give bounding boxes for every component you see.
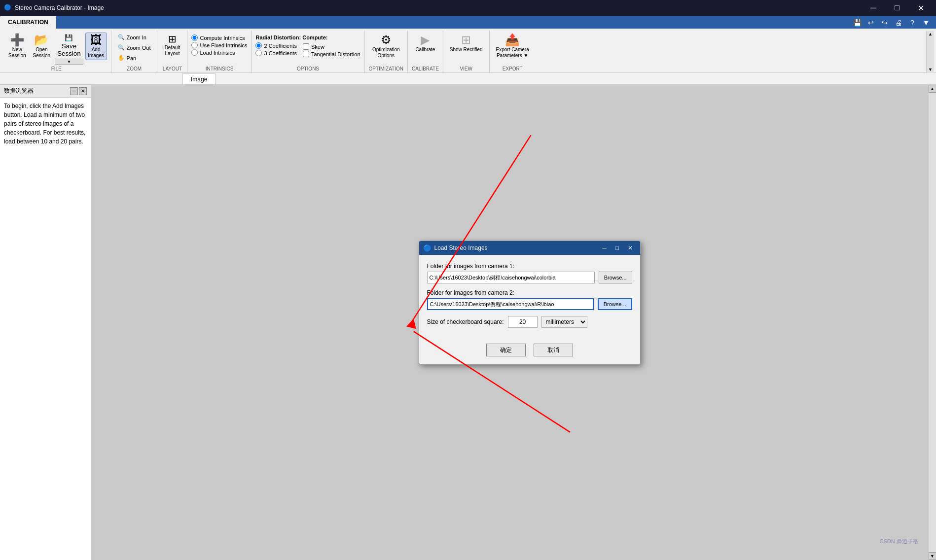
add-images-icon: 🖼 <box>90 34 102 46</box>
calibrate-button[interactable]: ▶ Calibrate <box>413 33 437 54</box>
dialog-titlebar: 🔵 Load Stereo Images ─ □ ✕ <box>419 241 640 255</box>
maximize-button[interactable]: □ <box>886 0 908 16</box>
tab-image[interactable]: Image <box>182 73 216 84</box>
camera2-label: Folder for images from camera 2: <box>427 289 632 296</box>
load-stereo-images-dialog: 🔵 Load Stereo Images ─ □ ✕ <box>419 241 641 365</box>
open-session-icon: 📂 <box>34 34 49 46</box>
size-label: Size of checkerboard square: <box>427 318 504 325</box>
optimization-group: ⚙ OptimizationOptions OPTIMIZATION <box>365 31 408 72</box>
dialog-title: Load Stereo Images <box>434 245 599 251</box>
layout-group-label: LAYOUT <box>163 66 182 72</box>
new-session-button[interactable]: ➕ NewSession <box>6 33 29 60</box>
zoom-group-label: ZOOM <box>127 66 142 72</box>
radial-distortion-title: Radial Distortion: Compute: <box>255 35 360 40</box>
modal-overlay: 🔵 Load Stereo Images ─ □ ✕ <box>91 85 928 560</box>
dialog-maximize-btn[interactable]: □ <box>612 243 623 253</box>
camera2-field: Folder for images from camera 2: Browse.… <box>427 289 632 310</box>
optimization-icon: ⚙ <box>381 34 392 46</box>
title-bar: 🔵 Stereo Camera Calibrator - Image ─ □ ✕ <box>0 0 936 16</box>
dialog-footer: 确定 取消 <box>419 340 640 364</box>
zoom-in-button[interactable]: 🔍 Zoom In <box>115 33 153 42</box>
size-input[interactable] <box>508 316 538 328</box>
optimization-options-button[interactable]: ⚙ OptimizationOptions <box>370 33 402 60</box>
minimize-button[interactable]: ─ <box>862 0 885 16</box>
save-session-group: 💾 SaveSession ▼ <box>55 33 83 65</box>
right-scrollbar: ▲ ▼ <box>928 85 936 560</box>
scroll-track[interactable] <box>929 93 936 552</box>
calibrate-icon: ▶ <box>421 34 430 46</box>
show-rectified-button[interactable]: ⊞ Show Rectified <box>447 33 485 54</box>
size-unit-select[interactable]: millimeters centimeters inches <box>541 316 587 328</box>
compute-intrinsics-option[interactable]: Compute Intrinsics <box>191 35 247 41</box>
skew-checkbox[interactable]: Skew <box>303 43 360 50</box>
camera1-path-input[interactable] <box>427 272 595 283</box>
zoom-out-button[interactable]: 🔍 Zoom Out <box>115 43 153 52</box>
app-window: 🔵 Stereo Camera Calibrator - Image ─ □ ✕… <box>0 0 936 560</box>
camera2-path-input[interactable] <box>427 298 594 310</box>
calibrate-group-label: CALIBRATE <box>412 66 439 72</box>
add-images-button[interactable]: 🖼 AddImages <box>85 33 107 60</box>
checkerboard-size-row: Size of checkerboard square: millimeters… <box>427 316 632 328</box>
dialog-minimize-btn[interactable]: ─ <box>599 243 611 253</box>
sidebar-help-text: To begin, click the Add Images button. L… <box>0 98 91 150</box>
pan-icon: ✋ <box>118 55 125 61</box>
zoom-group: 🔍 Zoom In 🔍 Zoom Out ✋ Pan ZOOM <box>111 31 158 72</box>
save-icon: 💾 <box>65 34 73 41</box>
use-fixed-intrinsics-option[interactable]: Use Fixed Intrinsics <box>191 42 247 48</box>
content-wrapper: Image 数据浏览器 ─ ✕ To begin, click the Add … <box>0 73 936 560</box>
export-group-label: EXPORT <box>503 66 523 72</box>
layout-icon: ⊞ <box>168 34 177 44</box>
save-icon[interactable]: 💾 <box>851 17 863 29</box>
help-icon[interactable]: ? <box>906 17 918 29</box>
camera2-browse-button[interactable]: Browse... <box>598 298 632 310</box>
save-dropdown-button[interactable]: ▼ <box>55 59 83 65</box>
optimization-group-label: OPTIMIZATION <box>369 66 403 72</box>
ribbon-tab-bar: CALIBRATION 💾 ↩ ↪ 🖨 ? ▼ <box>0 16 936 29</box>
file-group: ➕ NewSession 📂 OpenSession 💾 SaveSession… <box>2 31 111 72</box>
scroll-down-btn[interactable]: ▼ <box>927 66 934 73</box>
camera1-browse-button[interactable]: Browse... <box>599 272 632 283</box>
settings-icon[interactable]: ▼ <box>920 17 932 29</box>
radio-3coeff[interactable]: 3 Coefficients <box>255 50 296 56</box>
export-icon: 📤 <box>505 34 520 46</box>
close-button[interactable]: ✕ <box>909 0 932 16</box>
radio-2coeff[interactable]: 2 Coefficients <box>255 42 296 49</box>
zoom-out-icon: 🔍 <box>118 44 125 51</box>
ribbon-toolbar: ➕ NewSession 📂 OpenSession 💾 SaveSession… <box>0 29 936 73</box>
open-session-button[interactable]: 📂 OpenSession <box>31 33 53 60</box>
cancel-button[interactable]: 取消 <box>534 344 573 356</box>
redo-icon[interactable]: ↪ <box>879 17 891 29</box>
save-session-button[interactable]: 💾 SaveSession <box>55 33 83 59</box>
dialog-icon: 🔵 <box>423 244 432 252</box>
print-icon[interactable]: 🖨 <box>893 17 904 29</box>
export-camera-params-button[interactable]: 📤 Export CameraParameters ▼ <box>494 33 532 60</box>
layout-group: ⊞ DefaultLayout LAYOUT <box>157 31 187 72</box>
scroll-up-btn[interactable]: ▲ <box>927 31 934 37</box>
window-controls: ─ □ ✕ <box>862 0 932 16</box>
intrinsics-group: Compute Intrinsics Use Fixed Intrinsics … <box>187 31 252 72</box>
confirm-button[interactable]: 确定 <box>486 344 526 356</box>
dialog-body: Folder for images from camera 1: Browse.… <box>419 255 640 340</box>
sidebar-minimize-btn[interactable]: ─ <box>70 87 78 95</box>
undo-icon[interactable]: ↩ <box>865 17 877 29</box>
sidebar-title: 数据浏览器 <box>4 87 70 95</box>
tab-bar: Image <box>0 73 936 85</box>
dialog-close-btn[interactable]: ✕ <box>624 243 636 253</box>
view-group-label: VIEW <box>460 66 472 72</box>
main-wrapper: 数据浏览器 ─ ✕ To begin, click the Add Images… <box>0 85 936 560</box>
load-intrinsics-option[interactable]: Load Intrinsics <box>191 49 247 56</box>
camera1-label: Folder for images from camera 1: <box>427 263 632 270</box>
export-group: 📤 Export CameraParameters ▼ EXPORT <box>490 31 536 72</box>
zoom-in-icon: 🔍 <box>118 34 125 40</box>
svg-marker-1 <box>406 319 416 329</box>
sidebar-close-btn[interactable]: ✕ <box>79 87 87 95</box>
scroll-down-button[interactable]: ▼ <box>929 552 936 560</box>
tangential-distortion-checkbox[interactable]: Tangential Distortion <box>303 51 360 57</box>
sidebar: 数据浏览器 ─ ✕ To begin, click the Add Images… <box>0 85 91 560</box>
options-group-label: OPTIONS <box>255 66 360 72</box>
scroll-up-button[interactable]: ▲ <box>929 85 936 93</box>
pan-button[interactable]: ✋ Pan <box>115 53 153 63</box>
tab-calibration[interactable]: CALIBRATION <box>0 16 56 29</box>
options-group: Radial Distortion: Compute: 2 Coefficien… <box>252 31 364 72</box>
default-layout-button[interactable]: ⊞ DefaultLayout <box>161 33 183 58</box>
